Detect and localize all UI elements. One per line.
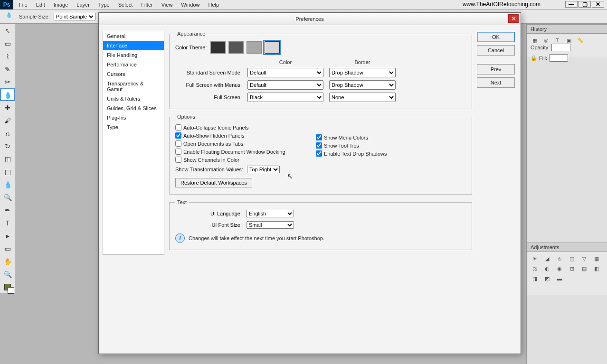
hand-tool[interactable]: ✋	[0, 255, 15, 268]
stamp-tool[interactable]: ⎌	[0, 127, 15, 140]
pref-category-type[interactable]: Type	[103, 122, 164, 132]
sample-size-label: Sample Size:	[19, 14, 50, 19]
theme-swatch-1[interactable]	[228, 41, 244, 54]
checkbox-show-tool-tips[interactable]	[316, 142, 322, 149]
crop-tool[interactable]: ✂	[0, 75, 15, 88]
close-window-button[interactable]: ✕	[592, 1, 604, 8]
checkbox-auto-show-hidden-panels[interactable]	[175, 132, 181, 139]
pref-category-units-rulers[interactable]: Units & Rulers	[103, 94, 164, 103]
spot-heal-tool[interactable]: ✚	[0, 101, 15, 114]
full-screen-color-select[interactable]: Black	[247, 93, 323, 102]
pref-category-file-handling[interactable]: File Handling	[103, 50, 164, 60]
pref-category-plug-ins[interactable]: Plug-Ins	[103, 113, 164, 122]
ui-language-label: UI Language:	[175, 211, 242, 216]
maximize-button[interactable]: ▢	[579, 1, 591, 8]
menu-window[interactable]: Window	[177, 1, 203, 9]
pref-category-transparency-gamut[interactable]: Transparency & Gamut	[103, 79, 164, 94]
restore-workspaces-button[interactable]: Restore Default Workspaces	[175, 178, 252, 187]
ruler-icon[interactable]: 📏	[576, 37, 585, 44]
dodge-tool[interactable]: 🔍	[0, 191, 15, 204]
fill-input[interactable]	[549, 54, 568, 62]
checkbox-enable-floating-document-window-docking[interactable]	[175, 149, 181, 155]
standard-screen-color-select[interactable]: Default	[247, 68, 323, 77]
rectangle-tool[interactable]: ▭	[0, 242, 15, 255]
menu-type[interactable]: Type	[95, 1, 114, 9]
checkbox-open-documents-as-tabs[interactable]	[175, 140, 181, 147]
options-group: Options Auto-Collapse Iconic PanelsAuto-…	[169, 114, 472, 195]
cancel-button[interactable]: Cancel	[477, 45, 515, 56]
photo-filter-icon[interactable]: ◉	[555, 266, 564, 272]
pref-category-performance[interactable]: Performance	[103, 60, 164, 69]
menu-select[interactable]: Select	[114, 1, 137, 9]
bw-icon[interactable]: ◐	[543, 266, 551, 272]
theme-swatch-2[interactable]	[247, 41, 262, 54]
sample-size-select[interactable]: Point Sample	[54, 13, 95, 20]
ui-font-size-select[interactable]: Small	[247, 221, 294, 229]
lookup-icon[interactable]: ▤	[580, 266, 588, 272]
foreground-background-swatch[interactable]	[0, 280, 15, 293]
full-screen-menus-color-select[interactable]: Default	[247, 80, 323, 90]
pref-category-cursors[interactable]: Cursors	[103, 69, 164, 79]
next-button[interactable]: Next	[477, 77, 515, 88]
image-icon[interactable]: ▦	[531, 37, 539, 44]
history-brush-tool[interactable]: ↻	[0, 140, 15, 152]
eraser-tool[interactable]: ◫	[0, 152, 15, 165]
brightness-icon[interactable]: ☀	[531, 256, 539, 262]
menu-file[interactable]: File	[15, 1, 31, 9]
minimize-button[interactable]: —	[565, 1, 578, 8]
menu-image[interactable]: Image	[50, 1, 72, 9]
theme-swatch-3[interactable]	[265, 41, 280, 54]
transform-icon[interactable]: ▣	[565, 37, 573, 44]
exposure-icon[interactable]: ◫	[568, 256, 576, 262]
lock-icon[interactable]: 🔒	[531, 55, 537, 61]
dialog-close-button[interactable]: ✕	[508, 14, 519, 23]
gradient-map-icon[interactable]: ▬	[555, 276, 564, 282]
checkbox-enable-text-drop-shadows[interactable]	[316, 150, 322, 157]
type-icon[interactable]: T	[553, 37, 562, 44]
pref-category-interface[interactable]: Interface	[103, 41, 164, 50]
threshold-icon[interactable]: ◩	[543, 276, 551, 282]
brush-tool[interactable]: 🖌	[0, 114, 15, 127]
posterize-icon[interactable]: ◨	[531, 276, 539, 282]
type-tool[interactable]: T	[0, 216, 15, 229]
transform-values-select[interactable]: Top Right	[247, 166, 280, 173]
full-screen-menus-border-select[interactable]: Drop Shadow	[329, 80, 396, 90]
blur-tool[interactable]: 💧	[0, 178, 15, 191]
checkbox-show-channels-in-color[interactable]	[175, 157, 181, 163]
path-select-tool[interactable]: ▸	[0, 229, 15, 242]
layers-icon[interactable]: ◎	[542, 37, 550, 44]
checkbox-auto-collapse-iconic-panels[interactable]	[175, 124, 181, 131]
menu-filter[interactable]: Filter	[137, 1, 156, 9]
levels-icon[interactable]: ◢	[543, 256, 551, 262]
vibrance-icon[interactable]: ▽	[580, 256, 588, 262]
standard-screen-border-select[interactable]: Drop Shadow	[329, 68, 396, 77]
menu-layer[interactable]: Layer	[73, 1, 94, 9]
move-tool[interactable]: ↖	[0, 24, 15, 37]
pen-tool[interactable]: ✒	[0, 204, 15, 216]
pref-category-general[interactable]: General	[103, 31, 164, 41]
menu-edit[interactable]: Edit	[32, 1, 49, 9]
theme-swatch-0[interactable]	[210, 41, 226, 54]
prev-button[interactable]: Prev	[477, 64, 515, 75]
marquee-tool[interactable]: ▭	[0, 37, 15, 50]
zoom-tool[interactable]: 🔍	[0, 268, 15, 280]
ok-button[interactable]: OK	[477, 32, 515, 42]
eyedropper-tool[interactable]: 💧	[0, 88, 15, 101]
quick-select-tool[interactable]: ✎	[0, 63, 15, 75]
menu-view[interactable]: View	[158, 1, 177, 9]
menu-help[interactable]: Help	[204, 1, 223, 9]
curves-icon[interactable]: ⎋	[555, 256, 564, 262]
adjustments-panel-tab[interactable]: Adjustments	[527, 243, 607, 252]
opacity-input[interactable]	[551, 44, 570, 51]
balance-icon[interactable]: ⚖	[531, 266, 539, 272]
checkbox-show-menu-colors[interactable]	[316, 134, 322, 140]
mixer-icon[interactable]: ⊞	[568, 266, 576, 272]
full-screen-border-select[interactable]: None	[329, 93, 396, 102]
pref-category-guides-grid-slices[interactable]: Guides, Grid & Slices	[103, 103, 164, 113]
lasso-tool[interactable]: ⌇	[0, 50, 15, 63]
gradient-tool[interactable]: ▤	[0, 165, 15, 178]
hue-icon[interactable]: ▦	[592, 256, 601, 262]
history-panel-tab[interactable]: History	[527, 24, 607, 34]
ui-language-select[interactable]: English	[247, 210, 294, 217]
invert-icon[interactable]: ◧	[592, 266, 601, 272]
